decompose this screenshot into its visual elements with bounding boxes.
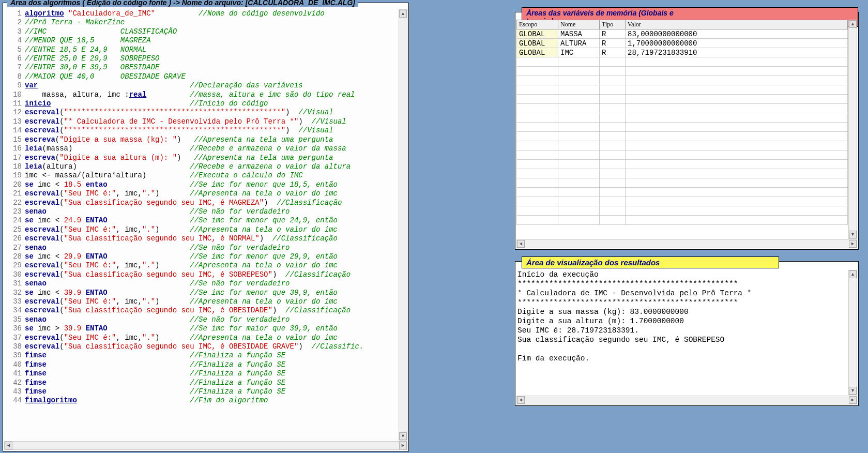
- code-token: real: [129, 90, 147, 99]
- vars-vertical-scrollbar[interactable]: ▲ ▼: [848, 20, 857, 239]
- column-header[interactable]: Tipo: [600, 20, 626, 29]
- code-token: imc <- massa/(altura*altura): [25, 171, 190, 180]
- column-header[interactable]: Valor: [626, 20, 848, 29]
- code-token: "***************************************…: [64, 126, 285, 135]
- out-horizontal-scrollbar[interactable]: ◄ ►: [516, 396, 857, 404]
- column-header[interactable]: Escopo: [517, 20, 558, 29]
- column-header[interactable]: Nome: [558, 20, 600, 29]
- table-row[interactable]: GLOBALALTURAR1,70000000000000: [517, 39, 848, 48]
- code-line[interactable]: 11inicio //Início do código: [5, 99, 406, 108]
- code-token: inicio: [25, 99, 51, 108]
- code-token: fimalgoritmo: [25, 396, 77, 405]
- code-line[interactable]: 24se imc < 24.9 ENTAO //Se imc for menor…: [5, 216, 406, 225]
- code-line[interactable]: 26escreval("Sua classificação segundo se…: [5, 234, 406, 243]
- code-line[interactable]: 23senao //Se não for verdadeiro: [5, 207, 406, 216]
- code-line[interactable]: 12escreval("****************************…: [5, 108, 406, 117]
- scroll-down-icon[interactable]: ▼: [849, 231, 857, 238]
- code-line[interactable]: 44fimalgoritmo //Fim do algoritmo: [5, 396, 406, 405]
- code-line[interactable]: 14escreval("****************************…: [5, 126, 406, 135]
- table-row[interactable]: GLOBALIMCR28,7197231833910: [517, 48, 848, 57]
- table-row-empty: [517, 113, 848, 123]
- code-line[interactable]: 43fimse //Finaliza a função SE: [5, 387, 406, 396]
- code-line[interactable]: 42fimse //Finaliza a função SE: [5, 379, 406, 387]
- code-line[interactable]: 39fimse //Finaliza a função SE: [5, 351, 406, 360]
- code-token: "Digite a sua massa (kg): ": [59, 135, 177, 144]
- code-line[interactable]: 13escreval("* Calculadora de IMC - Desen…: [5, 117, 406, 126]
- code-token: //Classificação: [272, 234, 338, 243]
- code-token: leia: [25, 162, 42, 171]
- code-line[interactable]: 7//ENTRE 30,0 E 39,9 OBESIDADE: [5, 63, 406, 72]
- code-line[interactable]: 28se imc < 29.9 ENTAO //Se imc for menor…: [5, 252, 406, 261]
- code-token: //Apresenta na tela uma pergunta: [194, 135, 333, 144]
- code-line[interactable]: 36se imc > 39.9 ENTAO //Se imc for maior…: [5, 324, 406, 333]
- code-line[interactable]: 21escreval("Seu IMC é:", imc,".") //Apre…: [5, 189, 406, 198]
- scroll-up-icon[interactable]: ▲: [849, 20, 857, 28]
- line-number: 24: [5, 216, 22, 225]
- scroll-down-icon[interactable]: ▼: [399, 432, 407, 440]
- code-horizontal-scrollbar[interactable]: ◄ ►: [4, 441, 407, 450]
- code-line[interactable]: 40fimse //Finaliza a função SE: [5, 360, 406, 369]
- code-line[interactable]: 4//MENOR QUE 18,5 MAGREZA: [5, 36, 406, 45]
- table-row-empty: [517, 85, 848, 95]
- vars-horizontal-scrollbar[interactable]: ◄ ►: [516, 239, 857, 248]
- out-vertical-scrollbar[interactable]: ▲ ▼: [848, 270, 857, 395]
- scroll-right-icon[interactable]: ►: [849, 396, 857, 404]
- output-text[interactable]: Início da execução *********************…: [517, 270, 848, 395]
- cell-value: 83,0000000000000: [626, 29, 848, 39]
- code-line[interactable]: 6//ENTRE 25,0 E 29,9 SOBREPESO: [5, 54, 406, 63]
- scroll-up-icon[interactable]: ▲: [849, 270, 857, 278]
- code-line[interactable]: 31senao //Se não for verdadeiro: [5, 279, 406, 288]
- code-token: //Classificação: [277, 199, 342, 207]
- cell-value: 1,70000000000000: [626, 39, 848, 48]
- code-token: 18.5: [64, 180, 82, 189]
- code-line[interactable]: 27senao //Se não for verdadeiro: [5, 244, 406, 252]
- code-token: escreval: [25, 297, 59, 306]
- code-line[interactable]: 22escreval("Sua classificação segundo se…: [5, 199, 406, 207]
- code-token: //Se imc for menor que 29,9, então: [190, 252, 338, 261]
- line-number: 37: [5, 334, 22, 342]
- code-line[interactable]: 16leia(massa) //Recebe e armazena o valo…: [5, 144, 406, 153]
- code-token: 29.9: [64, 252, 82, 261]
- code-line[interactable]: 41fimse //Finaliza a função SE: [5, 369, 406, 378]
- code-line[interactable]: 32se imc < 39.9 ENTAO //Se imc for menor…: [5, 289, 406, 297]
- scroll-left-icon[interactable]: ◄: [517, 240, 525, 248]
- scroll-up-icon[interactable]: ▲: [399, 10, 407, 18]
- code-line[interactable]: 29escreval("Seu IMC é:", imc,".") //Apre…: [5, 261, 406, 270]
- code-vertical-scrollbar[interactable]: ▲ ▼: [399, 9, 407, 441]
- variables-table[interactable]: EscopoNomeTipoValorGLOBALMASSAR83,000000…: [516, 20, 848, 239]
- scroll-left-icon[interactable]: ◄: [5, 442, 12, 449]
- code-line[interactable]: 17escreva("Digite a sua altura (m): ") /…: [5, 154, 406, 162]
- cell-type: R: [600, 48, 626, 57]
- code-line[interactable]: 1algoritmo "Calculadora_de_IMC" //Nome d…: [5, 9, 406, 18]
- code-token: ".": [142, 225, 155, 234]
- code-line[interactable]: 25escreval("Seu IMC é:", imc,".") //Apre…: [5, 225, 406, 234]
- code-line[interactable]: 15escreva("Digite a sua massa (kg): ") /…: [5, 135, 406, 144]
- code-line[interactable]: 35senao //Se não for verdadeiro: [5, 315, 406, 324]
- scroll-right-icon[interactable]: ►: [399, 442, 407, 449]
- scroll-right-icon[interactable]: ►: [849, 240, 857, 248]
- line-number: 20: [5, 180, 22, 189]
- code-line[interactable]: 18leia(altura) //Recebe e armazena o val…: [5, 162, 406, 171]
- scroll-down-icon[interactable]: ▼: [849, 387, 857, 395]
- scroll-left-icon[interactable]: ◄: [517, 396, 525, 404]
- code-token: //Finaliza a função SE: [190, 351, 285, 360]
- code-line[interactable]: 3//IMC CLASSIFICAÇÃO: [5, 27, 406, 36]
- code-line[interactable]: 34escreval("Sua classificação segundo se…: [5, 306, 406, 315]
- code-token: escreval: [25, 189, 59, 198]
- code-line[interactable]: 30escreval("Sua classificação segundo se…: [5, 270, 406, 279]
- code-line[interactable]: 37escreval("Seu IMC é:", imc,".") //Apre…: [5, 334, 406, 342]
- code-line[interactable]: 10 massa, altura, imc :real //massa, alt…: [5, 90, 406, 99]
- code-line[interactable]: 8//MAIOR QUE 40,0 OBESIDADE GRAVE: [5, 72, 406, 81]
- code-token: //Finaliza a função SE: [190, 360, 285, 369]
- table-row[interactable]: GLOBALMASSAR83,0000000000000: [517, 29, 848, 39]
- code-line[interactable]: 38escreval("Sua classificação segundo se…: [5, 342, 406, 351]
- code-line[interactable]: 19imc <- massa/(altura*altura) //Executa…: [5, 171, 406, 180]
- code-line[interactable]: 33escreval("Seu IMC é:", imc,".") //Apre…: [5, 297, 406, 306]
- code-line[interactable]: 2//Prô Terra - MakerZine: [5, 18, 406, 27]
- code-editor[interactable]: 1algoritmo "Calculadora_de_IMC" //Nome d…: [5, 9, 406, 441]
- code-line[interactable]: 20se imc < 18.5 entao //Se imc for menor…: [5, 180, 406, 189]
- code-line[interactable]: 9var //Declaração das variáveis: [5, 81, 406, 90]
- line-number: 2: [5, 18, 22, 27]
- code-line[interactable]: 5//ENTRE 18,5 E 24,9 NORMAL: [5, 46, 406, 54]
- code-token: escreva: [25, 135, 55, 144]
